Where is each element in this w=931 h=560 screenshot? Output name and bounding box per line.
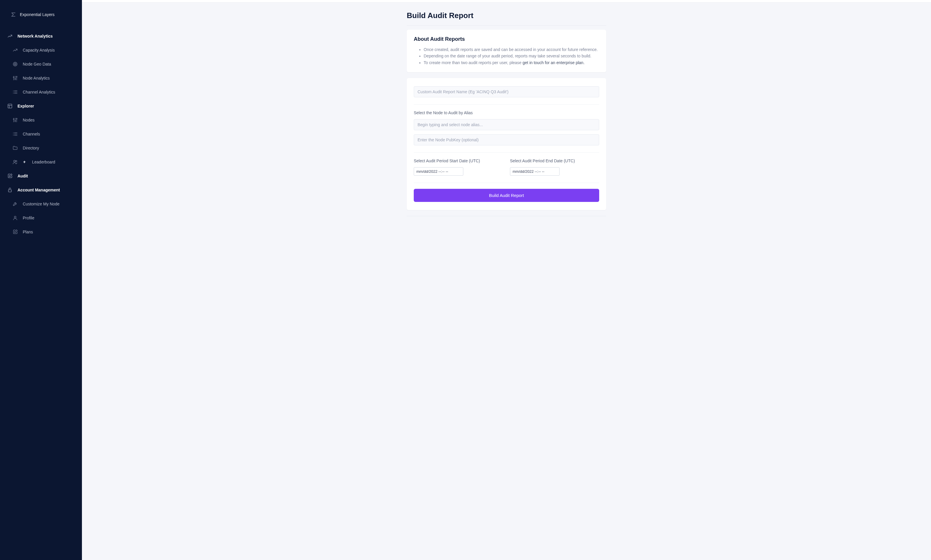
sidebar-item-label: Capacity Analysis [23,48,55,52]
end-date-label: Select Audit Period End Date (UTC) [510,158,599,163]
divider [407,25,606,26]
svg-point-31 [16,160,17,162]
about-title: About Audit Reports [414,36,599,42]
node-pubkey-input[interactable] [414,134,599,145]
svg-point-0 [13,62,17,66]
svg-point-6 [15,78,16,80]
sidebar-item-channels[interactable]: Channels [0,127,82,141]
brand-name: Exponential Layers [20,12,54,17]
lock-icon [7,187,13,193]
brand-logo[interactable]: Exponential Layers [0,7,82,29]
target-icon [12,61,18,67]
sidebar-item-label: Plans [23,230,33,234]
sidebar-item-profile[interactable]: Profile [0,211,82,225]
sidebar-item-nodes[interactable]: Nodes [0,113,82,127]
sidebar-item-label: Directory [23,146,39,150]
user-icon [12,215,18,221]
sidebar-item-label: Node Analytics [23,76,50,80]
list-icon [12,89,18,95]
sidebar-item-label: Channel Analytics [23,90,55,94]
sidebar-item-capacity-analysis[interactable]: Capacity Analysis [0,43,82,57]
layout-icon [7,103,13,109]
trend-up-icon [7,33,13,39]
main-content: Build Audit Report About Audit Reports O… [82,0,931,560]
sliders-icon [12,117,18,123]
edit-square-icon [7,173,13,179]
node-alias-input[interactable] [414,119,599,130]
sidebar-section-audit[interactable]: Audit [0,169,82,183]
sidebar: Exponential Layers Network Analytics Cap… [0,0,82,560]
sliders-icon [12,75,18,81]
about-bullet-text: To create more than two audit reports pe… [424,60,523,65]
sidebar-item-directory[interactable]: Directory [0,141,82,155]
svg-point-19 [13,119,14,120]
about-card: About Audit Reports Once created, audit … [407,30,606,72]
svg-rect-32 [8,190,12,192]
svg-point-30 [14,160,15,162]
sidebar-section-explorer[interactable]: Explorer [0,99,82,113]
start-date-input[interactable] [414,167,463,176]
enterprise-plan-link[interactable]: get in touch for an enterprise plan. [523,60,584,65]
edit-square-icon [12,229,18,235]
about-bullets: Once created, audit reports are saved an… [414,46,599,66]
sigma-icon [11,12,16,17]
sidebar-item-label: Profile [23,216,34,220]
wrench-icon [12,201,18,207]
sidebar-item-label: Node Geo Data [23,62,51,66]
report-name-input[interactable] [414,86,599,97]
sidebar-section-label: Account Management [17,188,60,192]
list-icon [12,131,18,137]
users-icon [12,159,18,165]
sidebar-item-leaderboard[interactable]: Leaderboard [0,155,82,169]
trend-up-icon [12,47,18,53]
svg-point-4 [13,77,14,78]
start-date-label: Select Audit Period Start Date (UTC) [414,158,503,163]
folder-icon [12,145,18,151]
svg-point-21 [15,121,16,122]
divider [414,104,599,105]
svg-point-8 [16,76,17,77]
about-bullet: Once created, audit reports are saved an… [424,46,599,53]
sidebar-item-label: Leaderboard [32,160,55,164]
svg-point-33 [14,216,16,218]
sidebar-section-label: Audit [17,174,28,178]
page-title: Build Audit Report [407,11,606,20]
sidebar-item-label: Nodes [23,118,34,122]
sidebar-section-label: Explorer [17,104,34,108]
sidebar-item-plans[interactable]: Plans [0,225,82,239]
top-bar [82,0,931,2]
sidebar-section-label: Network Analytics [17,34,53,38]
sidebar-item-customize-my-node[interactable]: Customize My Node [0,197,82,211]
sidebar-item-label: Customize My Node [23,202,60,206]
select-node-label: Select the Node to Audit by Alias [414,111,599,115]
sidebar-item-node-analytics[interactable]: Node Analytics [0,71,82,85]
sidebar-section-account-management[interactable]: Account Management [0,183,82,197]
sidebar-section-network-analytics[interactable]: Network Analytics [0,29,82,43]
svg-point-23 [16,118,17,119]
form-card: Select the Node to Audit by Alias Select… [407,78,606,210]
svg-point-2 [15,64,15,65]
divider [414,152,599,153]
sidebar-item-channel-analytics[interactable]: Channel Analytics [0,85,82,99]
divider [414,183,599,183]
svg-point-1 [14,63,16,65]
divider [407,216,606,216]
sidebar-item-label: Channels [23,132,40,136]
svg-rect-15 [8,104,12,108]
about-bullet: Depending on the date range of your audi… [424,53,599,59]
build-audit-report-button[interactable]: Build Audit Report [414,189,599,202]
bolt-icon [23,160,26,164]
end-date-input[interactable] [510,167,560,176]
sidebar-item-node-geo-data[interactable]: Node Geo Data [0,57,82,71]
about-bullet: To create more than two audit reports pe… [424,60,599,66]
